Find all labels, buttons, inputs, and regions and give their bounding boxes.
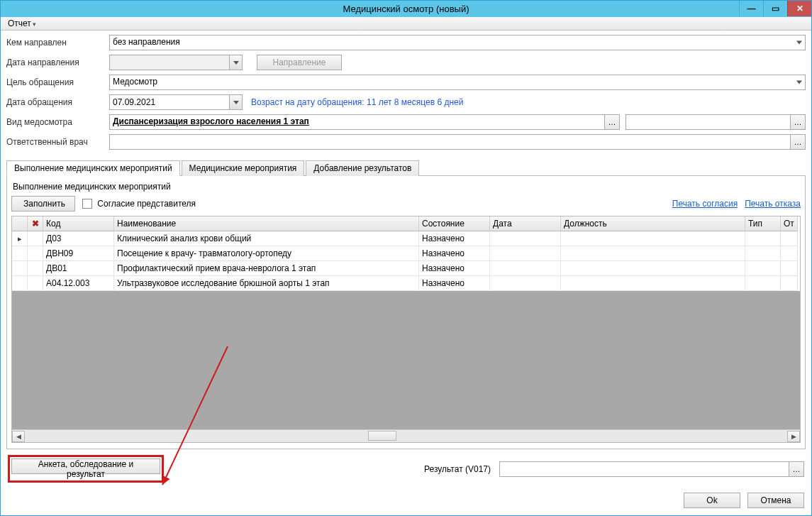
- examtype2-input[interactable]: [625, 114, 790, 130]
- col-ot[interactable]: От: [781, 216, 798, 231]
- table-row[interactable]: ▸Д03Клинический анализ крови общийНазнач…: [12, 231, 800, 246]
- col-state[interactable]: Состояние: [419, 216, 490, 231]
- cell-state: Назначено: [419, 246, 490, 261]
- row-indicator: [12, 246, 28, 261]
- cell-type: [745, 246, 781, 261]
- examtype-input[interactable]: Диспансеризация взрослого населения 1 эт…: [109, 114, 604, 130]
- cell-ot: [781, 261, 798, 276]
- cell-code: ДВ01: [43, 261, 114, 276]
- purpose-label: Цель обращения: [6, 77, 109, 87]
- row-delete-cell: [28, 246, 43, 261]
- tabs: Выполнение медицинских мероприятий Медиц…: [6, 160, 806, 176]
- scroll-track[interactable]: [25, 431, 787, 442]
- cell-code: А04.12.003: [43, 276, 114, 291]
- consent-checkbox-wrap[interactable]: Согласие представителя: [82, 199, 196, 209]
- cell-type: [745, 261, 781, 276]
- close-button[interactable]: ✕: [787, 1, 811, 16]
- referrer-label: Кем направлен: [6, 38, 109, 48]
- row-indicator: ▸: [12, 231, 28, 246]
- ok-button[interactable]: Ok: [684, 493, 740, 508]
- cell-type: [745, 231, 781, 246]
- col-date[interactable]: Дата: [490, 216, 561, 231]
- examtype-label: Вид медосмотра: [6, 117, 109, 127]
- highlight-annotation: Анкета, обследование и результат: [8, 455, 164, 483]
- minimize-button[interactable]: —: [739, 1, 763, 16]
- doctor-label: Ответственный врач: [6, 137, 109, 147]
- referrer-select[interactable]: без направления: [109, 35, 806, 50]
- cell-position: [561, 261, 745, 276]
- cell-name: Клинический анализ крови общий: [114, 231, 419, 246]
- examtype-browse-icon[interactable]: …: [604, 114, 620, 130]
- window-buttons: — ▭ ✕: [739, 1, 811, 16]
- window-root: Медицинский осмотр (новый) — ▭ ✕ Отчет К…: [0, 0, 812, 516]
- scroll-left-icon[interactable]: ◀: [12, 431, 25, 442]
- footer: Анкета, обследование и результат Результ…: [1, 449, 811, 488]
- menu-report[interactable]: Отчет: [5, 17, 39, 30]
- table-row[interactable]: ДВ01Профилактический прием врача-невроло…: [12, 261, 800, 276]
- col-name[interactable]: Наименование: [114, 216, 419, 231]
- col-position[interactable]: Должность: [561, 216, 745, 231]
- col-code[interactable]: Код: [43, 216, 114, 231]
- survey-button[interactable]: Анкета, обследование и результат: [11, 459, 160, 474]
- refdate-input[interactable]: [109, 55, 230, 70]
- cell-ot: [781, 231, 798, 246]
- cell-date: [490, 231, 561, 246]
- col-indicator: [12, 216, 28, 231]
- cell-position: [561, 276, 745, 291]
- purpose-value: Медосмотр: [113, 77, 157, 87]
- table-row[interactable]: А04.12.003Ультразвуковое исследование бр…: [12, 276, 800, 291]
- cell-state: Назначено: [419, 231, 490, 246]
- print-consent-link[interactable]: Печать согласия: [672, 199, 738, 209]
- cell-date: [490, 276, 561, 291]
- print-refusal-link[interactable]: Печать отказа: [745, 199, 801, 209]
- col-type[interactable]: Тип: [745, 216, 781, 231]
- grid-body: ▸Д03Клинический анализ крови общийНазнач…: [12, 231, 800, 291]
- doctor-input[interactable]: [109, 134, 790, 150]
- maximize-button[interactable]: ▭: [763, 1, 787, 16]
- examtype-value: Диспансеризация взрослого населения 1 эт…: [113, 116, 309, 126]
- cell-name: Профилактический прием врача-невролога 1…: [114, 261, 419, 276]
- grid-empty-area: [12, 291, 800, 429]
- scroll-thumb[interactable]: [368, 431, 396, 441]
- col-delete-icon[interactable]: ✖: [28, 216, 43, 231]
- content: Кем направлен без направления Дата напра…: [1, 31, 811, 515]
- cancel-button[interactable]: Отмена: [747, 493, 804, 508]
- grid-hscroll[interactable]: ◀ ▶: [12, 429, 800, 442]
- examtype2-browse-icon[interactable]: …: [790, 114, 806, 130]
- age-hint: Возраст на дату обращения: 11 лет 8 меся…: [251, 97, 463, 107]
- menubar: Отчет: [1, 17, 811, 31]
- doctor-browse-icon[interactable]: …: [790, 134, 806, 150]
- cell-ot: [781, 276, 798, 291]
- result-input[interactable]: [499, 461, 789, 477]
- refdate-dropdown-icon[interactable]: [230, 55, 243, 70]
- visitdate-dropdown-icon[interactable]: [230, 94, 243, 110]
- visitdate-label: Дата обращения: [6, 97, 109, 107]
- form-area: Кем направлен без направления Дата напра…: [1, 31, 811, 157]
- grid: ✖ Код Наименование Состояние Дата Должно…: [11, 216, 801, 443]
- tab-content: Выполнение медицинских мероприятий Запол…: [6, 176, 806, 449]
- result-browse-icon[interactable]: …: [789, 461, 804, 477]
- refdate-label: Дата направления: [6, 57, 109, 67]
- row-delete-cell: [28, 276, 43, 291]
- section-title: Выполнение медицинских мероприятий: [13, 182, 801, 192]
- scroll-right-icon[interactable]: ▶: [787, 431, 800, 442]
- table-row[interactable]: ДВН09Посещение к врачу- травматологу-орт…: [12, 246, 800, 261]
- tab-activities[interactable]: Медицинские мероприятия: [182, 160, 305, 176]
- visitdate-input[interactable]: [109, 94, 230, 110]
- dialog-buttons: Ok Отмена: [1, 488, 811, 515]
- tab-execution[interactable]: Выполнение медицинских мероприятий: [6, 160, 180, 176]
- referral-button[interactable]: Направление: [257, 55, 342, 70]
- cell-state: Назначено: [419, 261, 490, 276]
- grid-header: ✖ Код Наименование Состояние Дата Должно…: [12, 216, 800, 231]
- referrer-value: без направления: [113, 37, 180, 47]
- cell-state: Назначено: [419, 276, 490, 291]
- consent-label: Согласие представителя: [97, 199, 196, 209]
- titlebar: Медицинский осмотр (новый) — ▭ ✕: [1, 1, 811, 17]
- result-label: Результат (V017): [424, 464, 491, 474]
- grid-toolbar: Заполнить Согласие представителя Печать …: [11, 196, 801, 212]
- fill-button[interactable]: Заполнить: [11, 196, 75, 212]
- tab-add-results[interactable]: Добавление результатов: [306, 160, 419, 176]
- consent-checkbox[interactable]: [82, 199, 92, 209]
- purpose-select[interactable]: Медосмотр: [109, 75, 806, 90]
- cell-name: Посещение к врачу- травматологу-ортопеду: [114, 246, 419, 261]
